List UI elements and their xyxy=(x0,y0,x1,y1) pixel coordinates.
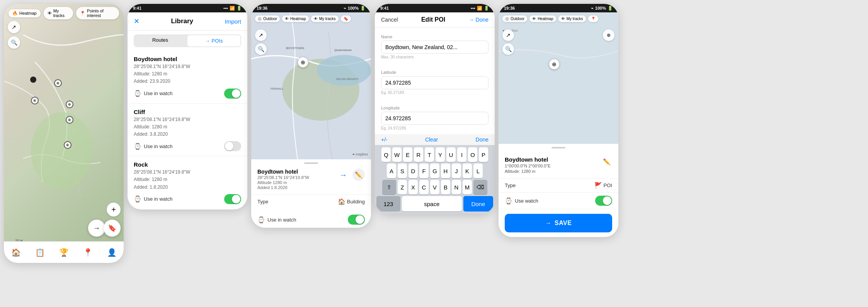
toggle-thumb-2 xyxy=(225,142,233,150)
key-y[interactable]: Y xyxy=(436,147,445,162)
save-button[interactable]: → SAVE xyxy=(505,214,612,232)
tab-location[interactable]: 📍 xyxy=(80,246,96,259)
poi-marker-4[interactable]: ⊕ xyxy=(66,116,73,124)
nav-icon-3[interactable]: ↗ xyxy=(255,29,267,41)
pois-tab[interactable]: → POIs xyxy=(187,35,240,46)
key-z[interactable]: Z xyxy=(398,180,407,194)
key-g[interactable]: G xyxy=(430,164,439,178)
key-m[interactable]: M xyxy=(463,180,472,194)
poi-marker-5[interactable]: ⊕ xyxy=(64,141,71,149)
key-a[interactable]: A xyxy=(387,164,396,178)
nav-arrow-icon[interactable]: ↗ xyxy=(8,21,20,33)
key-t[interactable]: T xyxy=(425,147,434,162)
poi-map-marker-3[interactable]: ⊕ xyxy=(298,57,308,68)
navigate-button[interactable]: → xyxy=(88,220,105,237)
search-icon[interactable]: 🔍 xyxy=(8,36,20,49)
poi-label: Points of interest xyxy=(87,9,115,18)
key-q[interactable]: Q xyxy=(381,147,391,162)
sheet-poi-header: Boydtown hotel 28°25'08.1"N 16°24'19.8"W… xyxy=(251,167,371,194)
my-tracks-btn-3[interactable]: 👁 My tracks xyxy=(311,15,339,22)
nav-icon-5[interactable]: ↗ xyxy=(502,29,514,41)
key-x[interactable]: X xyxy=(408,180,418,194)
key-l[interactable]: L xyxy=(473,164,483,178)
plus-minus-button[interactable]: +/- xyxy=(381,136,388,143)
detail-edit-button[interactable]: ✏️ xyxy=(601,156,612,167)
key-space[interactable]: space xyxy=(402,196,462,211)
key-v[interactable]: V xyxy=(430,180,439,194)
poi-2-toggle[interactable] xyxy=(224,141,241,151)
key-i[interactable]: I xyxy=(457,147,466,162)
name-input[interactable] xyxy=(381,41,488,54)
heatmap-btn-3[interactable]: 👁 Heatmap xyxy=(282,15,309,22)
edit-poi-button[interactable]: ✏️ xyxy=(352,169,365,181)
poi-marker-1[interactable]: ⊕ xyxy=(54,79,62,87)
cancel-button[interactable]: Cancel xyxy=(381,17,398,23)
clear-button[interactable]: Clear xyxy=(425,136,438,143)
key-shift[interactable]: ⇧ xyxy=(382,180,396,194)
lon-input[interactable] xyxy=(381,112,488,125)
key-f[interactable]: F xyxy=(419,164,429,178)
tab-profile[interactable]: 👤 xyxy=(104,246,120,259)
routes-tab[interactable]: Routes xyxy=(134,34,187,47)
kbd-done-button[interactable]: Done xyxy=(476,136,488,143)
key-p[interactable]: P xyxy=(479,147,488,162)
key-b[interactable]: B xyxy=(441,180,450,194)
navigate-poi-button[interactable]: → xyxy=(337,169,349,181)
bookmark-button[interactable]: 🔖 xyxy=(104,220,121,237)
screen2-library: 9:41 ▪▪▪ 📶 🔋 ✕ Library Import Routes → P… xyxy=(128,4,247,210)
signal-icon: ▪▪▪ xyxy=(223,6,228,10)
status-bar: 9:41 ▪▪▪ 📶 🔋 xyxy=(128,4,247,12)
key-n[interactable]: N xyxy=(452,180,461,194)
screen1-map: 50 м 🔥 Heatmap 👁 My tracks 📍 Points of i… xyxy=(4,4,124,263)
poi-btn[interactable]: 📍 Points of interest xyxy=(76,7,119,19)
tab-list[interactable]: 📋 xyxy=(32,246,48,259)
key-123[interactable]: 123 xyxy=(376,196,400,211)
tab-trophy[interactable]: 🏆 xyxy=(56,246,72,259)
heatmap-btn[interactable]: 🔥 Heatmap xyxy=(9,9,41,17)
tab-home[interactable]: 🏠 xyxy=(8,246,24,259)
key-row-4: 123 space Done xyxy=(376,196,494,211)
key-w[interactable]: W xyxy=(392,147,402,162)
lat-input[interactable] xyxy=(381,76,488,89)
battery-icon: 🔋 xyxy=(237,6,242,11)
my-tracks-btn-5[interactable]: 👁 My tracks xyxy=(558,15,586,22)
poi-icon-5[interactable]: 📍 xyxy=(588,15,598,22)
heatmap-btn-5[interactable]: 👁 Heatmap xyxy=(529,15,556,22)
compass-icon-5[interactable]: ⊕ xyxy=(603,29,614,41)
poi-marker-3[interactable]: ⊕ xyxy=(66,101,73,108)
detail-toggle[interactable] xyxy=(595,196,612,206)
poi-bookmark-btn[interactable]: 🔖 xyxy=(341,15,351,22)
key-h[interactable]: H xyxy=(441,164,450,178)
outdoor-btn-5[interactable]: Outdoor xyxy=(502,15,527,22)
key-o[interactable]: O xyxy=(468,147,477,162)
heatmap-icon-3: 👁 xyxy=(285,17,289,21)
key-k[interactable]: K xyxy=(463,164,472,178)
close-button[interactable]: ✕ xyxy=(134,17,140,26)
my-tracks-btn[interactable]: 👁 My tracks xyxy=(44,7,73,19)
key-u[interactable]: U xyxy=(446,147,456,162)
poi-marker-5[interactable]: ⊕ xyxy=(549,59,560,70)
sheet-toggle[interactable] xyxy=(348,215,365,225)
search-icon-5[interactable]: 🔍 xyxy=(502,43,514,55)
zoom-plus-button[interactable]: + xyxy=(107,203,121,217)
search-icon-3[interactable]: 🔍 xyxy=(255,43,267,55)
import-button[interactable]: Import xyxy=(225,18,241,25)
key-s[interactable]: S xyxy=(398,164,407,178)
key-done[interactable]: Done xyxy=(463,196,493,211)
outdoor-btn-3[interactable]: Outdoor xyxy=(255,15,280,22)
key-r[interactable]: R xyxy=(414,147,423,162)
sheet-action-buttons: → ✏️ xyxy=(337,169,365,181)
key-d[interactable]: D xyxy=(408,164,418,178)
done-button[interactable]: → Done xyxy=(469,17,488,23)
key-e[interactable]: E xyxy=(403,147,412,162)
key-c[interactable]: C xyxy=(419,180,429,194)
detail-poi-name: Boydtown hotel xyxy=(505,156,551,163)
poi-marker-2[interactable]: ⊕ xyxy=(31,97,39,104)
poi-flag-icon: 🚩 xyxy=(594,182,602,189)
heatmap-icon: 🔥 xyxy=(12,11,18,16)
poi-1-toggle[interactable] xyxy=(224,89,241,99)
key-delete[interactable]: ⌫ xyxy=(473,180,487,194)
screen4-edit-poi: 9:41 ▪▪▪ 📶 🔋 Cancel Edit POI → Done Name… xyxy=(375,4,495,214)
key-j[interactable]: J xyxy=(452,164,461,178)
poi-3-toggle[interactable] xyxy=(224,194,241,204)
